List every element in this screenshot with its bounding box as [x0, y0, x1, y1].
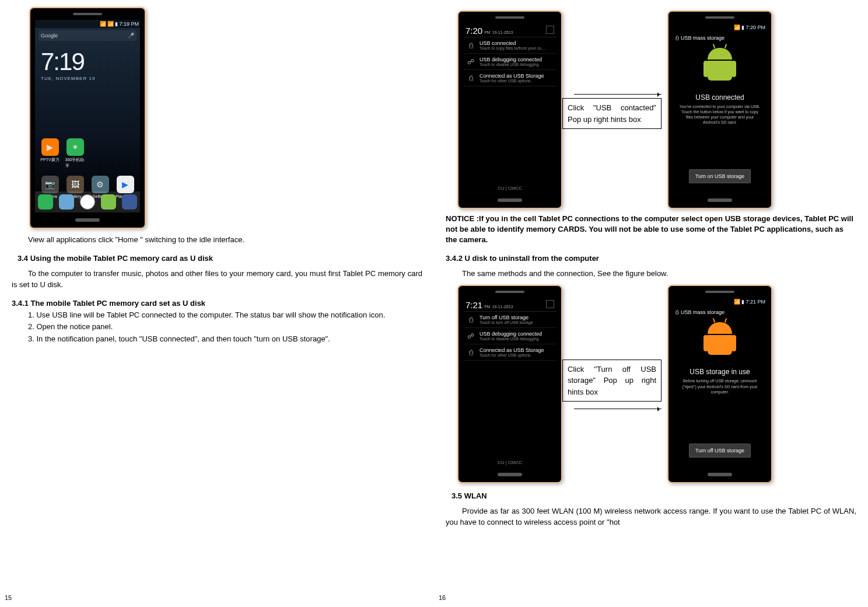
notice-text: NOTICE :If you in the cell Tablet PC con… — [446, 214, 856, 246]
caption: View all applications click "Home " swit… — [12, 235, 422, 246]
play-icon: ▶ — [41, 138, 59, 156]
home-clock: 7:19 TUE, NOVEMBER 19 — [35, 43, 140, 82]
page-right: 7:20 PM 19-11-2013 ⎙ USB connectedTouch … — [434, 0, 868, 607]
star-icon: ✶ — [66, 138, 84, 156]
screen-usb-in-use: 📶▮ 7:21 PM ⎙USB mass storage USB storage… — [673, 298, 766, 467]
callout-box: Click "USB contacted" Pop up right hints… — [562, 98, 662, 129]
turn-off-usb-button[interactable]: Turn off USB storage — [689, 444, 751, 458]
battery-icon: ▮ — [741, 299, 744, 305]
signal-icon: 📶 — [734, 25, 740, 30]
arrow-icon — [574, 409, 662, 409]
phone-usb-1: 📶▮ 7:20 PM ⎙USB mass storage USB connect… — [667, 11, 772, 209]
usb-body: You've connected to your computer via US… — [673, 104, 766, 125]
signal-icon: 📶 — [100, 21, 106, 27]
list-item: 3. In the notification panel, touch "USB… — [12, 334, 422, 345]
carrier-label: CU | CMCC — [463, 458, 556, 467]
google-label: Google — [41, 33, 58, 39]
app-icon[interactable]: ▶PPTV聚力 — [40, 138, 60, 169]
callout-box: Click "Turn off USB storage" Pop up righ… — [562, 360, 662, 402]
dock-browser-icon[interactable] — [122, 194, 137, 210]
phone-notif-2: 7:21 PM 19-11-2013 ⎙ Turn off USB storag… — [457, 285, 562, 483]
google-search-bar[interactable]: Google 🎤 — [38, 30, 136, 41]
usb-heading: USB connected — [695, 93, 744, 102]
battery-icon: ▮ — [741, 25, 744, 30]
signal-icon: 📶 — [107, 21, 114, 27]
breadcrumb[interactable]: ⎙USB mass storage — [673, 35, 727, 43]
dock-messaging-icon[interactable] — [101, 194, 116, 210]
clock-time: 7:19 — [41, 48, 134, 76]
usb-icon: ⎙ — [676, 309, 678, 315]
screen-notification: 7:20 PM 19-11-2013 ⎙ USB connectedTouch … — [463, 23, 556, 193]
play-store-icon: ▶ — [117, 176, 134, 193]
dock-phone-icon[interactable] — [38, 194, 53, 210]
notif-header: 7:21 PM 19-11-2013 — [463, 298, 556, 312]
usb-icon: ⎙ — [466, 73, 476, 83]
usb-icon: ⎙ — [466, 347, 476, 357]
phone-usb-2: 📶▮ 7:21 PM ⎙USB mass storage USB storage… — [667, 285, 772, 483]
clock-date: TUE, NOVEMBER 19 — [41, 76, 134, 81]
screen-usb-connected: 📶▮ 7:20 PM ⎙USB mass storage USB connect… — [673, 23, 766, 193]
bug-icon: ☍ — [466, 57, 476, 67]
list-item: 2. Open the notice panel. — [12, 322, 422, 333]
notification-item[interactable]: ☍ USB debugging connectedTouch to disabl… — [463, 328, 556, 344]
carrier-label: CU | CMCC — [463, 184, 556, 193]
battery-icon: ▮ — [115, 21, 118, 27]
notification-item[interactable]: ⎙ Connected as USB StorageTouch for othe… — [463, 344, 556, 361]
signal-icon: 📶 — [734, 299, 740, 305]
android-icon — [704, 48, 736, 86]
notification-item[interactable]: ☍ USB debugging connectedTouch to disabl… — [463, 54, 556, 70]
para: The same methods and the connection, See… — [446, 268, 856, 280]
android-icon — [704, 322, 736, 361]
status-bar: 📶▮ 7:20 PM — [673, 23, 766, 32]
usb-heading: USB storage in use — [690, 368, 750, 376]
page-number: 15 — [5, 594, 12, 601]
para: Provide as far as 300 feet WLAN (100 M) … — [446, 506, 856, 528]
dock-contacts-icon[interactable] — [59, 194, 74, 210]
usb-icon: ⎙ — [466, 315, 476, 325]
page-number: 16 — [439, 594, 446, 601]
heading-3-4-2: 3.4.2 U disk to uninstall from the compu… — [446, 254, 856, 263]
para: To the computer to transfer music, photo… — [12, 268, 422, 291]
arrow-icon — [574, 94, 662, 95]
home-dock — [35, 191, 140, 212]
camera-icon: 📷 — [41, 176, 59, 193]
figure-usb-connect: 7:20 PM 19-11-2013 ⎙ USB connectedTouch … — [457, 11, 856, 209]
mic-icon[interactable]: 🎤 — [128, 33, 134, 39]
breadcrumb[interactable]: ⎙USB mass storage — [673, 309, 727, 318]
usb-icon: ⎙ — [676, 35, 678, 41]
screen-home: 📶 📶 ▮ 7:19 PM Google 🎤 7:19 TUE, NOVEMBE… — [35, 20, 140, 212]
status-time: 7:19 PM — [119, 21, 139, 27]
app-row: ▶PPTV聚力 ✶360手机助手 . . — [35, 135, 140, 172]
dock-apps-icon[interactable] — [80, 194, 95, 210]
usb-body: Before turning off USB storage, unmount … — [673, 378, 766, 394]
heading-3-5: 3.5 WLAN — [452, 491, 856, 500]
list-item: 1. Use USB line will be Tablet PC connec… — [12, 310, 422, 321]
screen-notification: 7:21 PM 19-11-2013 ⎙ Turn off USB storag… — [463, 298, 556, 467]
gear-icon: ⚙ — [92, 176, 109, 193]
status-bar: 📶 📶 ▮ 7:19 PM — [35, 20, 140, 28]
phone-notif-1: 7:20 PM 19-11-2013 ⎙ USB connectedTouch … — [457, 11, 562, 209]
quicksettings-icon[interactable] — [546, 26, 554, 34]
usb-icon: ⎙ — [466, 40, 476, 50]
notification-item[interactable]: ⎙ USB connectedTouch to copy files to/fr… — [463, 37, 556, 54]
bug-icon: ☍ — [466, 331, 476, 341]
page-left: 📶 📶 ▮ 7:19 PM Google 🎤 7:19 TUE, NOVEMBE… — [0, 0, 434, 607]
page-spread: 📶 📶 ▮ 7:19 PM Google 🎤 7:19 TUE, NOVEMBE… — [0, 0, 868, 607]
status-bar: 📶▮ 7:21 PM — [673, 298, 766, 306]
figure-usb-disconnect: 7:21 PM 19-11-2013 ⎙ Turn off USB storag… — [457, 285, 856, 483]
app-icon[interactable]: ✶360手机助手 — [65, 138, 85, 169]
quicksettings-icon[interactable] — [546, 300, 554, 308]
heading-3-4: 3.4 Using the mobile Tablet PC memory ca… — [18, 254, 422, 263]
phone-home: 📶 📶 ▮ 7:19 PM Google 🎤 7:19 TUE, NOVEMBE… — [29, 7, 146, 229]
turn-on-usb-button[interactable]: Turn on USB storage — [689, 169, 751, 183]
gallery-icon: 🖼 — [66, 176, 84, 193]
notification-item[interactable]: ⎙ Turn off USB storageTouch to turn off … — [463, 312, 556, 328]
notification-item[interactable]: ⎙ Connected as USB StorageTouch for othe… — [463, 70, 556, 86]
heading-3-4-1: 3.4.1 The mobile Tablet PC memory card s… — [12, 299, 422, 308]
notif-header: 7:20 PM 19-11-2013 — [463, 23, 556, 37]
